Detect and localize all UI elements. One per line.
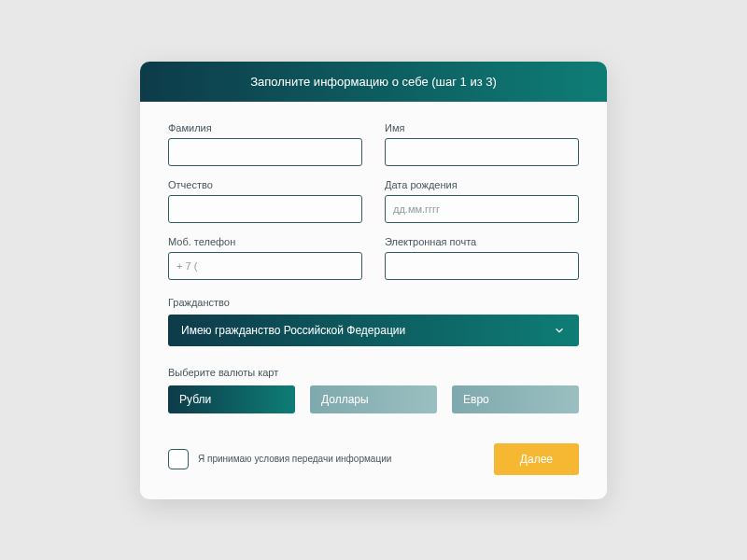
currency-label: Выберите валюты карт — [168, 367, 278, 378]
form-header: Заполните информацию о себе (шаг 1 из 3) — [140, 62, 607, 102]
form-body: Фамилия Имя Отчество Дата рождения Моб. … — [140, 102, 607, 499]
firstname-label: Имя — [385, 122, 579, 133]
currency-dollar-chip[interactable]: Доллары — [310, 385, 437, 413]
citizenship-value: Имею гражданство Российской Федерации — [181, 324, 405, 337]
patronymic-field[interactable] — [168, 195, 362, 223]
phone-label: Моб. телефон — [168, 236, 362, 247]
next-button[interactable]: Далее — [494, 443, 579, 475]
currency-euro-chip[interactable]: Евро — [452, 385, 579, 413]
consent-checkbox[interactable] — [168, 449, 189, 469]
email-field[interactable] — [385, 252, 579, 280]
lastname-label: Фамилия — [168, 122, 362, 133]
patronymic-label: Отчество — [168, 179, 362, 190]
email-label: Электронная почта — [385, 236, 579, 247]
citizenship-label: Гражданство — [168, 297, 230, 308]
dob-label: Дата рождения — [385, 179, 579, 190]
currency-ruble-chip[interactable]: Рубли — [168, 385, 295, 413]
consent-label: Я принимаю условия передачи информации — [198, 454, 391, 464]
form-card: Заполните информацию о себе (шаг 1 из 3)… — [140, 62, 607, 499]
firstname-field[interactable] — [385, 138, 579, 166]
lastname-field[interactable] — [168, 138, 362, 166]
chevron-down-icon — [553, 324, 566, 337]
dob-field[interactable] — [385, 195, 579, 223]
form-title: Заполните информацию о себе (шаг 1 из 3) — [250, 75, 497, 89]
citizenship-select[interactable]: Имею гражданство Российской Федерации — [168, 315, 579, 346]
consent-row: Я принимаю условия передачи информации — [168, 449, 391, 469]
phone-field[interactable] — [168, 252, 362, 280]
